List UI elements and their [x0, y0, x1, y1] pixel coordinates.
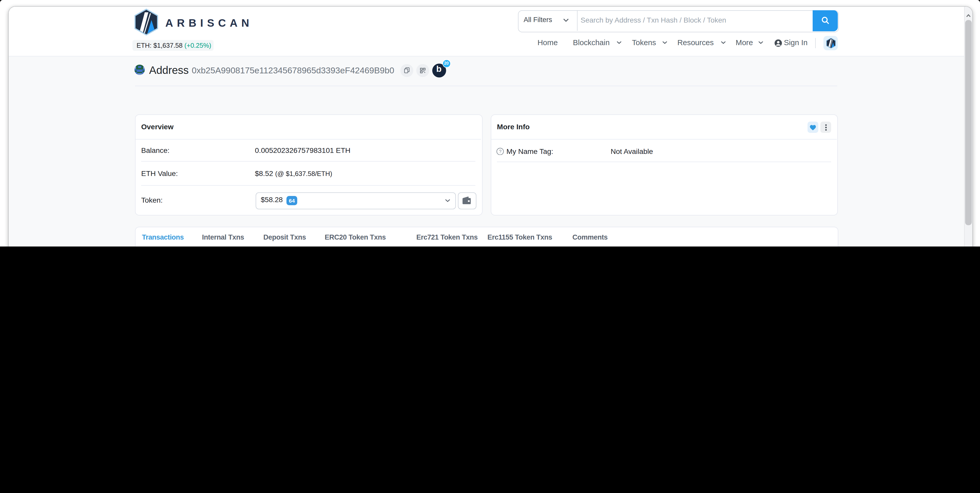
svg-text:?: ? [499, 149, 501, 154]
